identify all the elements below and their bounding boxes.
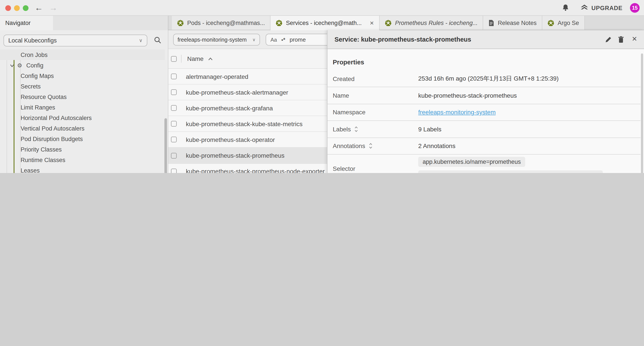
sort-icon[interactable] — [368, 143, 373, 149]
tab-label: Argo Se — [558, 19, 579, 26]
service-name: kube-prometheus-stack-prometheus — [186, 152, 284, 159]
close-tab-icon[interactable]: ✕ — [370, 20, 374, 26]
sidebar-item-label: Limit Ranges — [20, 104, 55, 111]
edit-pencil-icon[interactable] — [605, 36, 612, 43]
tab-label: Release Notes — [498, 19, 536, 26]
row-checkbox[interactable] — [171, 153, 177, 158]
service-name: kube-prometheus-stack-operator — [186, 136, 275, 143]
sidebar-item-pod-disruption-budgets[interactable]: Pod Disruption Budgets — [0, 134, 165, 144]
navigator-tab-label: Navigator — [5, 20, 31, 26]
window-titlebar: ← → UPGRADE 15 — [0, 0, 644, 16]
sidebar-item-config[interactable]: ⚙Config — [0, 60, 165, 70]
name-column-header[interactable]: Name — [187, 55, 204, 62]
close-window-button[interactable] — [5, 5, 11, 11]
sidebar-item-secrets[interactable]: Secrets — [0, 81, 165, 91]
sidebar-item-config-maps[interactable]: Config Maps — [0, 70, 165, 81]
gears-icon: ⚙ — [17, 62, 24, 68]
detail-value: kube-prometheus-stack-prometheus — [418, 92, 517, 99]
sidebar-item-label: Config Maps — [20, 72, 54, 79]
service-name: kube-prometheus-stack-prometheus-node-ex… — [186, 168, 325, 173]
forward-arrow-icon[interactable]: → — [49, 2, 58, 13]
detail-label: Labels — [328, 126, 418, 133]
sidebar-item-priority-classes[interactable]: Priority Classes — [0, 144, 165, 155]
namespace-link[interactable]: freeleaps-monitoring-system — [418, 109, 496, 116]
kubernetes-icon — [276, 20, 282, 26]
detail-label: Namespace — [328, 109, 418, 116]
detail-value: 253d 16h 6m ago (2025年1月13日 GMT+8 1:25:3… — [418, 75, 559, 82]
sidebar-item-vertical-pod-autoscalers[interactable]: Vertical Pod Autoscalers — [0, 123, 165, 134]
sidebar-search-icon[interactable] — [154, 36, 161, 44]
detail-value: 9 Labels — [418, 126, 442, 133]
notifications-bell-icon[interactable] — [562, 4, 569, 11]
row-checkbox[interactable] — [171, 74, 177, 79]
tab-prometheus-rules-icecheng[interactable]: Prometheus Rules - icecheng... — [380, 16, 483, 30]
back-arrow-icon[interactable]: ← — [35, 2, 43, 13]
tab-bar-tabs: Pods - icecheng@mathmas...Services - ice… — [172, 16, 644, 30]
service-name: kube-prometheus-stack-alertmanager — [186, 89, 288, 96]
kubeconfig-selector-value: Local Kubeconfigs — [8, 37, 57, 44]
document-icon — [488, 19, 494, 26]
detail-row-annotations: Annotations2 Annotations — [328, 138, 640, 155]
detail-row-created: Created253d 16h 6m ago (2025年1月13日 GMT+8… — [328, 70, 640, 87]
tab-argo-se[interactable]: Argo Se — [542, 16, 585, 30]
kubeconfig-selector[interactable]: Local Kubeconfigs ∨ — [4, 34, 147, 46]
namespace-filter-select[interactable]: freeleaps-monitoring-system ∨ — [173, 34, 260, 45]
detail-label: Selector — [328, 165, 418, 172]
close-icon[interactable]: ✕ — [632, 35, 637, 43]
upgrade-label: UPGRADE — [592, 4, 622, 11]
sidebar-item-label: Resource Quotas — [20, 93, 67, 100]
detail-row-name: Namekube-prometheus-stack-prometheus — [328, 87, 640, 104]
delete-trash-icon[interactable] — [618, 36, 624, 43]
navigator-sidebar: Local Kubeconfigs ∨ Cron Jobs⚙ConfigConf… — [0, 30, 168, 173]
resource-details-drawer: Service: kube-prometheus-stack-prometheu… — [327, 30, 644, 173]
sidebar-item-leases[interactable]: Leases — [0, 165, 165, 173]
sidebar-item-limit-ranges[interactable]: Limit Ranges — [0, 102, 165, 113]
sidebar-item-runtime-classes[interactable]: Runtime Classes — [0, 155, 165, 165]
row-checkbox[interactable] — [171, 105, 177, 111]
sidebar-item-label: Runtime Classes — [20, 157, 65, 163]
tab-strip: Navigator Pods - icecheng@mathmas...Serv… — [0, 16, 644, 30]
detail-row-labels: Labels9 Labels — [328, 121, 640, 138]
sort-ascending-icon[interactable] — [208, 57, 213, 61]
kubernetes-icon — [385, 19, 392, 26]
row-checkbox[interactable] — [171, 121, 177, 127]
sidebar-item-resource-quotas[interactable]: Resource Quotas — [0, 91, 165, 102]
select-all-checkbox[interactable] — [171, 56, 177, 61]
upgrade-button[interactable]: UPGRADE — [580, 4, 622, 11]
maximize-window-button[interactable] — [23, 5, 28, 11]
row-checkbox[interactable] — [171, 137, 177, 143]
minimize-window-button[interactable] — [14, 5, 20, 11]
detail-value: 2 Annotations — [418, 143, 456, 150]
drawer-header: Service: kube-prometheus-stack-prometheu… — [328, 30, 644, 49]
sidebar-item-label: Leases — [20, 167, 40, 173]
upgrade-chevrons-icon — [580, 4, 588, 11]
row-checkbox[interactable] — [171, 89, 177, 95]
tab-services-icecheng-math[interactable]: Services - icecheng@math...✕ — [271, 16, 380, 30]
sidebar-item-horizontal-pod-autoscalers[interactable]: Horizontal Pod Autoscalers — [0, 113, 165, 123]
sidebar-item-label: Vertical Pod Autoscalers — [20, 125, 84, 132]
navigator-panel-tab[interactable]: Navigator — [0, 16, 53, 30]
notification-count-badge[interactable]: 15 — [630, 3, 640, 13]
chevron-down-icon: ∨ — [252, 37, 256, 42]
drawer-scrollbar[interactable] — [641, 53, 643, 173]
sidebar-scrollbar[interactable] — [164, 118, 167, 173]
sidebar-item-label: Secrets — [20, 83, 41, 90]
column-divider — [181, 55, 182, 63]
chevron-down-icon[interactable] — [10, 63, 15, 68]
tab-release-notes[interactable]: Release Notes — [483, 16, 542, 30]
sidebar-item-label: Pod Disruption Budgets — [20, 136, 83, 142]
app-window: ← → UPGRADE 15 Navigator Pods - icecheng… — [0, 0, 644, 173]
regex-icon[interactable]: ▪* — [281, 36, 285, 43]
tab-label: Prometheus Rules - icecheng... — [395, 19, 478, 26]
sort-icon[interactable] — [354, 126, 359, 132]
tab-pods-icecheng-mathmas[interactable]: Pods - icecheng@mathmas... — [172, 16, 271, 30]
value-chip: operator.prometheus.io/name=kube-prometh… — [418, 171, 603, 173]
match-case-icon[interactable]: Aa — [270, 36, 277, 43]
service-name: kube-prometheus-stack-grafana — [186, 104, 273, 111]
kubernetes-icon — [177, 19, 184, 26]
sidebar-item-label: Horizontal Pod Autoscalers — [20, 114, 92, 121]
sidebar-item-cron-jobs[interactable]: Cron Jobs — [0, 49, 165, 60]
value-chip: app.kubernetes.io/name=prometheus — [418, 157, 525, 167]
row-checkbox[interactable] — [171, 168, 177, 173]
sidebar-item-label: Priority Classes — [20, 146, 62, 153]
